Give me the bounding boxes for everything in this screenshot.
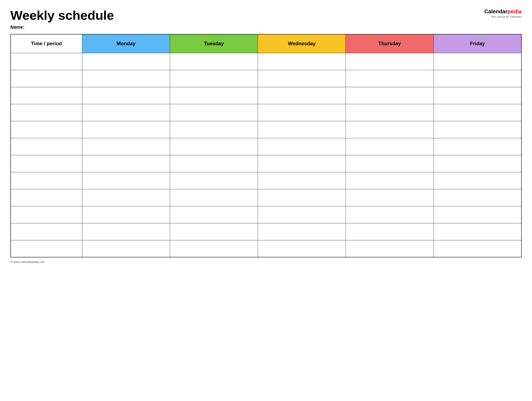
- table-row: [11, 138, 521, 155]
- table-row: [11, 155, 521, 172]
- table-cell[interactable]: [82, 104, 170, 121]
- table-cell[interactable]: [82, 172, 170, 189]
- table-cell[interactable]: [346, 172, 433, 189]
- logo-calendar: Calendar: [484, 8, 507, 14]
- table-cell[interactable]: [346, 70, 433, 87]
- table-cell[interactable]: [258, 138, 346, 155]
- logo-text: Calendarpedia: [476, 8, 522, 15]
- table-cell[interactable]: [433, 70, 521, 87]
- table-cell[interactable]: [346, 223, 433, 240]
- table-cell[interactable]: [11, 223, 82, 240]
- table-cell[interactable]: [170, 87, 258, 104]
- table-row: [11, 121, 521, 138]
- table-cell[interactable]: [82, 240, 170, 257]
- table-cell[interactable]: [11, 172, 82, 189]
- table-cell[interactable]: [82, 53, 170, 70]
- table-cell[interactable]: [82, 155, 170, 172]
- page-title: Weekly schedule: [10, 8, 476, 22]
- logo-area: Calendarpedia Your source for calendars: [476, 8, 522, 18]
- table-cell[interactable]: [170, 223, 258, 240]
- page-header: Weekly schedule Name: Calendarpedia Your…: [10, 8, 522, 30]
- table-cell[interactable]: [170, 172, 258, 189]
- table-cell[interactable]: [82, 206, 170, 223]
- table-cell[interactable]: [433, 155, 521, 172]
- table-cell[interactable]: [11, 240, 82, 257]
- table-cell[interactable]: [11, 189, 82, 206]
- table-cell[interactable]: [82, 70, 170, 87]
- table-cell[interactable]: [170, 189, 258, 206]
- col-header-monday: Monday: [82, 34, 170, 53]
- col-header-tuesday: Tuesday: [170, 34, 258, 53]
- table-cell[interactable]: [346, 189, 433, 206]
- table-header: Time / period Monday Tuesday Wednesday T…: [11, 34, 521, 53]
- table-cell[interactable]: [346, 121, 433, 138]
- table-cell[interactable]: [346, 155, 433, 172]
- table-cell[interactable]: [346, 104, 433, 121]
- table-cell[interactable]: [346, 206, 433, 223]
- table-cell[interactable]: [170, 206, 258, 223]
- table-row: [11, 87, 521, 104]
- table-row: [11, 206, 521, 223]
- table-cell[interactable]: [170, 240, 258, 257]
- table-cell[interactable]: [433, 104, 521, 121]
- col-header-time: Time / period: [11, 34, 82, 53]
- table-cell[interactable]: [258, 240, 346, 257]
- table-cell[interactable]: [433, 172, 521, 189]
- table-cell[interactable]: [433, 121, 521, 138]
- table-cell[interactable]: [258, 172, 346, 189]
- table-cell[interactable]: [258, 87, 346, 104]
- table-cell[interactable]: [258, 121, 346, 138]
- table-row: [11, 223, 521, 240]
- logo-pedia: pedia: [507, 8, 522, 14]
- name-label: Name:: [10, 25, 476, 30]
- table-cell[interactable]: [258, 206, 346, 223]
- table-cell[interactable]: [170, 104, 258, 121]
- table-cell[interactable]: [258, 53, 346, 70]
- table-cell[interactable]: [11, 87, 82, 104]
- table-row: [11, 53, 521, 70]
- table-cell[interactable]: [258, 189, 346, 206]
- table-row: [11, 70, 521, 87]
- table-cell[interactable]: [433, 223, 521, 240]
- table-cell[interactable]: [258, 70, 346, 87]
- table-cell[interactable]: [11, 206, 82, 223]
- table-cell[interactable]: [433, 240, 521, 257]
- logo-tagline: Your source for calendars: [476, 15, 522, 18]
- table-row: [11, 172, 521, 189]
- table-cell[interactable]: [82, 189, 170, 206]
- table-cell[interactable]: [170, 53, 258, 70]
- table-cell[interactable]: [170, 121, 258, 138]
- table-cell[interactable]: [433, 138, 521, 155]
- table-cell[interactable]: [258, 104, 346, 121]
- table-cell[interactable]: [170, 155, 258, 172]
- table-cell[interactable]: [11, 70, 82, 87]
- table-cell[interactable]: [433, 189, 521, 206]
- table-cell[interactable]: [11, 155, 82, 172]
- footer: © www.calendarpedia.com: [10, 260, 522, 264]
- table-cell[interactable]: [346, 87, 433, 104]
- table-cell[interactable]: [82, 138, 170, 155]
- table-cell[interactable]: [11, 104, 82, 121]
- table-cell[interactable]: [346, 240, 433, 257]
- table-row: [11, 189, 521, 206]
- table-cell[interactable]: [11, 138, 82, 155]
- table-cell[interactable]: [346, 53, 433, 70]
- table-row: [11, 240, 521, 257]
- table-cell[interactable]: [170, 138, 258, 155]
- table-cell[interactable]: [258, 155, 346, 172]
- table-cell[interactable]: [11, 53, 82, 70]
- title-area: Weekly schedule Name:: [10, 8, 476, 30]
- table-cell[interactable]: [258, 223, 346, 240]
- table-cell[interactable]: [433, 53, 521, 70]
- table-cell[interactable]: [170, 70, 258, 87]
- table-cell[interactable]: [346, 138, 433, 155]
- table-cell[interactable]: [82, 87, 170, 104]
- table-cell[interactable]: [433, 206, 521, 223]
- table-cell[interactable]: [82, 223, 170, 240]
- table-cell[interactable]: [82, 121, 170, 138]
- table-cell[interactable]: [433, 87, 521, 104]
- table-cell[interactable]: [11, 121, 82, 138]
- table-body: [11, 53, 521, 257]
- schedule-table: Time / period Monday Tuesday Wednesday T…: [10, 34, 522, 257]
- footer-url: © www.calendarpedia.com: [10, 260, 45, 264]
